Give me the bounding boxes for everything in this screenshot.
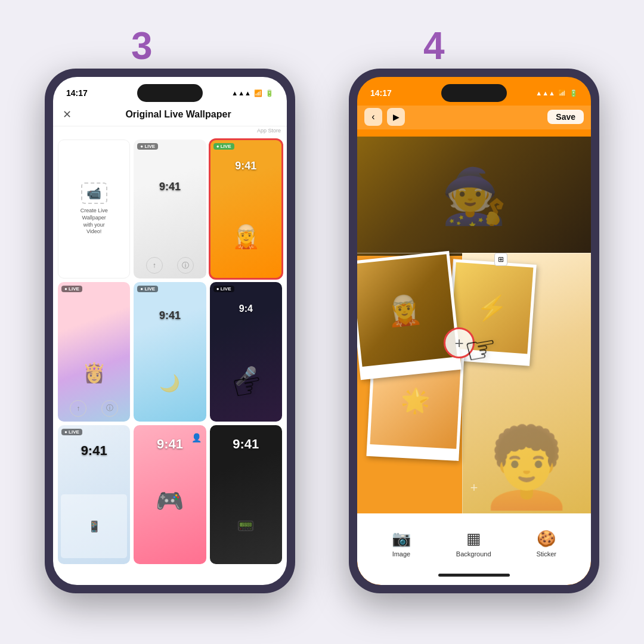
close-button-3[interactable]: ✕ xyxy=(63,108,79,121)
phone4-topbar: ‹ ▶ Save xyxy=(357,106,591,129)
status-time-4: 14:17 xyxy=(370,88,392,98)
create-label: Create LiveWallpaperwith yourVideo! xyxy=(80,208,108,236)
main-char-icon: 🧑‍🦱 xyxy=(478,423,575,513)
live-badge-2: ● LIVE xyxy=(137,143,158,150)
dynamic-island-4 xyxy=(441,84,507,102)
dynamic-island-3 xyxy=(137,84,203,102)
center-plus-icon: + xyxy=(470,480,478,496)
wallpaper-cell-3-highlighted[interactable]: ● LIVE 9:41 🧝 xyxy=(210,140,282,278)
live-badge-6: ● LIVE xyxy=(213,286,234,292)
image-tool-icon: 📷 xyxy=(392,530,411,548)
sticker-tool-label: Sticker xyxy=(536,550,556,558)
wifi-icon-4: 📶 xyxy=(558,89,566,97)
battery-icon: 🔋 xyxy=(265,89,274,97)
home-indicator-4 xyxy=(438,574,510,577)
info-icon-2: ⓘ xyxy=(177,257,194,274)
save-button-4[interactable]: Save xyxy=(547,110,584,124)
polaroid-1-char: 🧝 xyxy=(385,292,424,329)
time-6: 9:4 xyxy=(239,304,253,314)
play-icon-4: ▶ xyxy=(393,112,400,122)
wallpaper-cell-8[interactable]: 9:41 🎮 👤 xyxy=(134,425,206,564)
time-2: 9:41 xyxy=(159,181,181,193)
signal-icon: ▲▲▲ xyxy=(231,89,251,97)
canvas-area: 🧙 ⊞ 🧝 ⚡ xyxy=(357,137,591,513)
wallpaper-cell-9[interactable]: 9:41 📟 xyxy=(210,425,282,564)
toolbar-sticker[interactable]: 🍪 Sticker xyxy=(536,530,556,558)
app-store-link[interactable]: App Store xyxy=(257,128,281,134)
live-badge-4: ● LIVE xyxy=(61,286,82,292)
anime-figure-3: 🧝 xyxy=(232,224,260,250)
main-container: 3 4 14:17 ▲▲▲ 📶 🔋 ✕ Original Live Wallpa… xyxy=(0,0,644,644)
wallpaper-cell-5[interactable]: ● LIVE 9:41 🌙 xyxy=(134,282,206,421)
share-icon-4: ↑ xyxy=(70,400,86,417)
create-cell[interactable]: 📹 Create LiveWallpaperwith yourVideo! xyxy=(58,140,130,278)
wallpaper-grid: 📹 Create LiveWallpaperwith yourVideo! ● … xyxy=(53,135,287,569)
image-tool-label: Image xyxy=(392,550,411,558)
play-button-4[interactable]: ▶ xyxy=(387,108,405,126)
toolbar-background[interactable]: ▦ Background xyxy=(456,530,491,558)
live-badge-5: ● LIVE xyxy=(137,286,158,292)
polaroid-2-char: ⚡ xyxy=(475,292,508,324)
grid-handle[interactable]: ⊞ xyxy=(494,253,507,266)
signal-icon-4: ▲▲▲ xyxy=(535,89,555,97)
avatar-icon-8: 👤 xyxy=(191,433,202,442)
page-title-3: Original Live Wallpaper xyxy=(79,109,277,120)
toolbar-image[interactable]: 📷 Image xyxy=(392,530,411,558)
wifi-icon: 📶 xyxy=(254,89,262,97)
step-3-number: 3 xyxy=(131,24,153,68)
time-5: 9:41 xyxy=(159,309,181,322)
sticker-tool-icon: 🍪 xyxy=(537,530,556,548)
phone-4: 14:17 ▲▲▲ 📶 🔋 ‹ ▶ Save xyxy=(349,69,599,593)
screen-thumb-7: 📱 xyxy=(88,520,101,533)
top-scene-image: 🧙 xyxy=(357,137,591,256)
live-badge-7: ● LIVE xyxy=(61,429,82,435)
back-label-3: App Store xyxy=(53,126,287,135)
live-badge-3: ● LIVE xyxy=(213,143,234,150)
status-icons-3: ▲▲▲ 📶 🔋 xyxy=(231,89,274,97)
time-3: 9:41 xyxy=(235,160,256,172)
info-icon-4: ⓘ xyxy=(101,400,118,417)
wallpaper-cell-2[interactable]: ● LIVE 9:41 ↑ ⓘ xyxy=(134,140,206,278)
time-8: 9:41 xyxy=(157,436,183,452)
phone-icon-9: 📟 xyxy=(237,518,255,534)
nav-bar-3: ✕ Original Live Wallpaper xyxy=(53,106,287,126)
time-7: 9:41 xyxy=(81,444,107,459)
phone-4-screen: 14:17 ▲▲▲ 📶 🔋 ‹ ▶ Save xyxy=(357,77,591,585)
status-time-3: 14:17 xyxy=(66,88,88,98)
anime-figure-4: 👸 xyxy=(82,361,106,384)
anime-char-top-icon: 🧙 xyxy=(441,165,507,228)
wallpaper-cell-4[interactable]: ● LIVE 👸 ↑ ⓘ xyxy=(58,282,130,421)
share-icon-2: ↑ xyxy=(146,257,163,274)
time-9: 9:41 xyxy=(233,436,259,452)
polaroid-1[interactable]: 🧝 xyxy=(357,251,462,380)
background-tool-icon: ▦ xyxy=(466,530,481,548)
step-4-number: 4 xyxy=(423,24,445,68)
back-button-4[interactable]: ‹ xyxy=(364,108,382,126)
wallpaper-cell-7[interactable]: ● LIVE 9:41 📱 xyxy=(58,425,130,564)
polaroid-3-char: 🌟 xyxy=(400,386,431,416)
battery-icon-4: 🔋 xyxy=(569,89,578,97)
grid-line-h1 xyxy=(357,253,591,253)
background-tool-label: Background xyxy=(456,550,491,558)
polaroid-1-image: 🧝 xyxy=(357,254,457,367)
back-icon-4: ‹ xyxy=(371,112,374,122)
create-video-icon: 📹 xyxy=(81,182,107,204)
status-icons-4: ▲▲▲ 📶 🔋 xyxy=(535,89,578,97)
moon-icon-5: 🌙 xyxy=(159,373,180,393)
phone-3: 14:17 ▲▲▲ 📶 🔋 ✕ Original Live Wallpaper … xyxy=(45,69,295,593)
phone-3-screen: 14:17 ▲▲▲ 📶 🔋 ✕ Original Live Wallpaper … xyxy=(53,77,287,585)
game-icon-8: 🎮 xyxy=(156,488,184,513)
